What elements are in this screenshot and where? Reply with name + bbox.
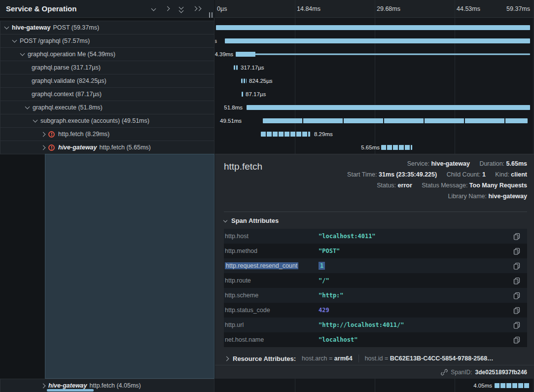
resource-value: arm64 [334,355,353,362]
span-bar-row[interactable]: 49.51ms [215,114,534,127]
span-duration-bar[interactable] [234,65,238,70]
span-tree-panel: Service & Operation hive-gateway POST (5… [0,0,214,392]
attribute-row[interactable]: http.url "http://localhost:4011/" [224,318,527,332]
copy-icon[interactable] [512,321,521,330]
panel-resize-handle[interactable] [209,12,213,18]
span-duration-bar[interactable] [495,383,530,388]
span-bar-row[interactable]: 57.57ms [215,34,534,47]
span-duration-bar[interactable] [241,78,247,83]
collapse-all-icon[interactable] [192,6,202,11]
tree-row-selected[interactable]: hive-gateway http.fetch (5.65ms) [0,141,214,154]
span-duration-label: 57.57ms [215,38,217,44]
span-duration-bar[interactable] [225,38,530,43]
section-title: Resource Attributes: [233,355,296,362]
expand-all-icon[interactable] [178,4,184,13]
tree-row[interactable]: graphql.parse (317.17µs) [0,61,214,74]
highlighted-text: http.request.resend_count [225,262,298,269]
chevron-right-icon[interactable] [41,132,46,137]
span-attributes-header[interactable]: Span Attributes [224,217,279,224]
tree-row[interactable]: POST /graphql (57.57ms) [0,34,214,48]
tree-row[interactable]: graphql.operation Me (54.39ms) [0,47,214,61]
meta-label: Library Name: [448,193,487,200]
span-duration-bar[interactable] [261,132,310,137]
span-bar-row[interactable]: 51.8ms [215,101,534,114]
span-duration-bar[interactable] [247,105,530,110]
span-id-footer: SpanID: 3de02518937fb246 [215,365,534,379]
attribute-key: http.url [225,321,319,328]
meta-label: Duration: [479,160,504,167]
chevron-down-icon[interactable] [4,25,9,30]
attribute-row[interactable]: net.host.name "localhost" [224,332,527,347]
chevron-right-icon[interactable] [41,383,46,388]
ruler-tick: 44.53ms [457,5,480,12]
attribute-value: "http://localhost:4011/" [319,321,404,328]
ruler-tick: 0µs [217,5,227,12]
tree-row[interactable]: hive-gateway POST (59.37ms) [0,21,214,35]
span-bar-row[interactable]: 824.25µs [215,74,534,87]
span-duration-bar[interactable] [242,92,243,97]
horizontal-scrollbar-thumb[interactable] [47,389,94,392]
span-bar-row[interactable]: 5.65ms [215,141,534,154]
copy-icon[interactable] [512,335,521,345]
span-duration-label: 824.25µs [249,78,273,84]
copy-icon[interactable] [512,232,521,241]
resource-attributes-row[interactable]: Resource Attributes: host.arch = arm64 h… [224,352,527,365]
highlighted-text: 1 [319,262,325,270]
chevron-down-icon[interactable] [12,38,17,43]
attribute-row[interactable]: http.route "/" [224,273,527,288]
attribute-value: 429 [319,307,329,314]
link-icon[interactable] [441,369,448,376]
attribute-value: 1 [319,262,325,269]
span-duration-bar[interactable] [381,145,412,150]
meta-line: Service: hive-gateway Duration: 5.65ms [347,158,527,169]
tree-row[interactable]: graphql.execute (51.8ms) [0,101,214,114]
tree-row[interactable]: graphql.validate (824.25µs) [0,74,214,88]
span-bar-row[interactable]: 4.05ms [215,379,534,392]
copy-icon[interactable] [512,261,521,271]
tree-row[interactable]: subgraph.execute (accounts) (49.51ms) [0,114,214,128]
tree-row[interactable]: http.fetch (8.29ms) [0,127,214,141]
span-detail-panel: http.fetch Service: hive-gateway Duratio… [215,154,534,379]
attribute-row[interactable]: http.host "localhost:4011" [224,229,527,244]
span-attributes-table: http.host "localhost:4011" http.method "… [224,229,527,347]
chevron-down-icon[interactable] [33,118,38,123]
chevron-right-icon[interactable] [165,6,170,11]
copy-icon[interactable] [512,276,521,285]
span-bar-row[interactable]: 8.29ms [215,127,534,141]
copy-icon[interactable] [512,291,521,300]
attribute-key: http.status_code [225,307,319,314]
span-duration-bar[interactable] [255,53,530,55]
chevron-down-icon [223,218,227,222]
error-icon [48,131,55,138]
chevron-down-icon[interactable] [20,51,25,56]
meta-value: client [511,171,527,178]
span-bar-row[interactable]: 54.39ms [215,47,534,61]
span-detail-title: http.fetch [224,161,262,172]
chevron-down-icon[interactable] [25,105,30,109]
resource-value: BC62E13B-C4CC-5854-9788-2568… [390,355,494,362]
attribute-row[interactable]: http.scheme "http:" [224,288,527,303]
operation-label: graphql.operation Me (54.39ms) [28,51,115,58]
meta-label: Start Time: [347,171,377,178]
copy-icon[interactable] [512,306,521,315]
span-bar-row[interactable] [215,21,534,34]
tree-row[interactable]: hive-gateway http.fetch (4.05ms) [0,379,214,392]
chevron-down-icon[interactable] [151,6,156,11]
meta-line: Start Time: 31ms (23:35:49.225) Child Co… [347,169,527,180]
chevron-right-icon[interactable] [41,145,46,150]
span-bar-row[interactable]: 317.17µs [215,61,534,74]
span-duration-bar[interactable] [216,25,530,30]
meta-value: hive-gateway [488,193,527,200]
resource-key: host.arch [302,355,327,362]
span-duration-bar[interactable] [236,52,255,57]
tree-row[interactable]: graphql.context (87.17µs) [0,87,214,101]
attribute-row[interactable]: http.status_code 429 [224,303,527,318]
span-duration-bar[interactable] [263,118,528,123]
span-duration-label: 8.29ms [314,131,333,137]
attribute-value: "localhost" [319,336,357,343]
span-bar-row[interactable]: 87.17µs [215,87,534,101]
attribute-row[interactable]: http.method "POST" [224,244,527,258]
service-name: hive-gateway [58,144,97,151]
copy-icon[interactable] [512,247,521,256]
attribute-row-selected[interactable]: http.request.resend_count 1 [224,258,527,273]
